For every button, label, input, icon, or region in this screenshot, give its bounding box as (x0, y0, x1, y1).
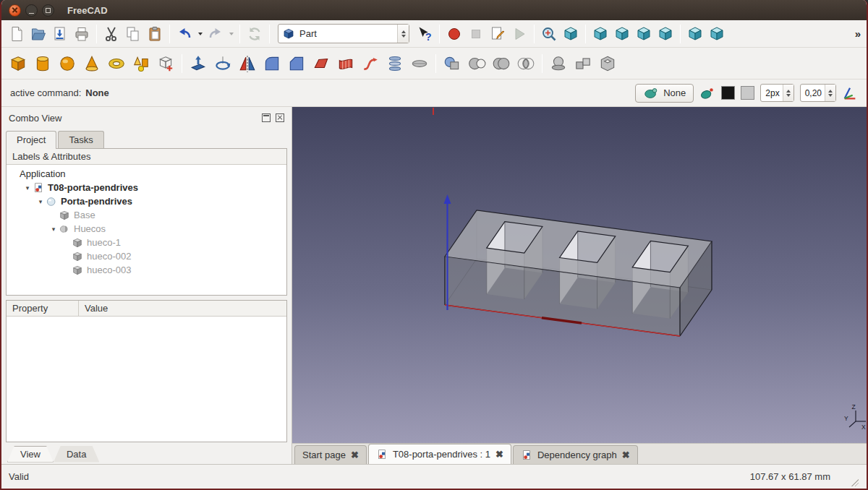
copy-button[interactable] (122, 23, 144, 45)
bottom-view-button[interactable] (684, 23, 706, 45)
spin-up-icon[interactable] (786, 87, 791, 93)
macro-stop-button[interactable] (465, 23, 487, 45)
top-view-button[interactable] (611, 23, 633, 45)
tree-item-huecos[interactable]: ▾Huecos (7, 222, 286, 236)
part-fillet-button[interactable] (260, 51, 284, 77)
close-tab-icon[interactable]: ✖ (495, 450, 503, 459)
spin-down-icon[interactable] (401, 35, 406, 40)
line-width-spinbox[interactable]: 2px (760, 84, 793, 102)
macro-edit-button[interactable] (487, 23, 509, 45)
part-compound-button[interactable] (571, 51, 595, 77)
line-color-swatch[interactable] (721, 86, 735, 100)
part-union-button[interactable] (489, 51, 514, 77)
save-document-button[interactable] (49, 23, 71, 45)
part-revolve-button[interactable] (210, 51, 235, 77)
part-cross-sections-button[interactable] (407, 51, 432, 77)
whats-this-button[interactable] (414, 23, 435, 45)
tree-item-porta-pendrives[interactable]: ▾Porta-pendrives (7, 194, 286, 208)
undo-dropdown-button[interactable] (195, 23, 205, 45)
draft-tool-icon[interactable] (699, 85, 715, 101)
workbench-selector[interactable]: Part (278, 24, 409, 43)
front-view-button[interactable] (590, 23, 611, 45)
tree-item-hueco-002[interactable]: hueco-002 (7, 249, 286, 263)
doc-tab-t08-porta-pendrives-1[interactable]: T08-porta-pendrives : 1✖ (368, 444, 511, 464)
tree-item-application[interactable]: Application (7, 167, 286, 181)
refresh-button[interactable] (244, 23, 265, 45)
left-view-button[interactable] (706, 23, 728, 45)
tab-view[interactable]: View (7, 446, 54, 463)
text-scale-spinbox[interactable]: 0,20 (800, 84, 836, 102)
macro-execute-button[interactable] (509, 23, 530, 45)
print-button[interactable] (71, 23, 93, 45)
value-column-header[interactable]: Value (79, 301, 286, 316)
workbench-selector-arrows[interactable] (397, 25, 409, 43)
part-boolean-button[interactable] (440, 51, 464, 77)
part-loft-button[interactable] (383, 51, 407, 77)
property-column-header[interactable]: Property (7, 301, 79, 316)
redo-dropdown-button[interactable] (226, 23, 236, 45)
property-table-body[interactable] (7, 317, 286, 442)
redo-button[interactable] (205, 23, 226, 45)
tree-item-hueco-1[interactable]: hueco-1 (7, 236, 286, 249)
part-make-face-button[interactable] (309, 51, 333, 77)
part-shape-builder-button[interactable] (153, 51, 178, 77)
float-panel-icon[interactable] (262, 113, 271, 122)
right-view-button[interactable] (633, 23, 655, 45)
3d-viewport[interactable]: Z Y X (292, 107, 867, 443)
part-intersection-button[interactable] (514, 51, 538, 77)
face-color-swatch[interactable] (741, 86, 754, 100)
part-sphere-button[interactable] (55, 51, 80, 77)
close-tab-icon[interactable]: ✖ (351, 450, 359, 460)
part-torus-button[interactable] (104, 51, 129, 77)
part-primitives-button[interactable] (129, 51, 153, 77)
expander-icon[interactable]: ▾ (35, 198, 46, 205)
expander-icon[interactable]: ▾ (22, 184, 33, 192)
part-cut-button[interactable] (464, 51, 489, 77)
new-document-button[interactable] (6, 23, 27, 45)
undo-button[interactable] (174, 23, 195, 45)
spin-down-icon[interactable] (828, 94, 833, 99)
rear-view-button[interactable] (655, 23, 676, 45)
cut-button[interactable] (101, 23, 122, 45)
expander-icon[interactable]: ▾ (48, 225, 59, 233)
tree-item-t08-porta-pendrives[interactable]: ▾T08-porta-pendrives (7, 181, 286, 194)
autogroup-button[interactable]: None (635, 84, 694, 103)
toolbar-overflow-icon[interactable]: » (855, 27, 862, 40)
spin-up-icon[interactable] (828, 87, 833, 93)
window-minimize-button[interactable] (25, 4, 38, 17)
part-sweep-button[interactable] (358, 51, 383, 77)
resize-grip[interactable] (849, 478, 859, 489)
line-width-arrows[interactable] (783, 85, 793, 101)
close-panel-icon[interactable] (276, 113, 284, 122)
part-extrude-button[interactable] (186, 51, 210, 77)
part-chamfer-button[interactable] (284, 51, 309, 77)
close-tab-icon[interactable]: ✖ (622, 450, 630, 460)
fit-all-button[interactable] (538, 23, 560, 45)
open-document-button[interactable] (27, 23, 49, 45)
3d-scene[interactable]: Z Y X (292, 107, 868, 443)
working-plane-icon[interactable] (842, 85, 858, 101)
macro-record-button[interactable] (443, 23, 465, 45)
part-cylinder-button[interactable] (30, 51, 55, 77)
part-ruled-surface-button[interactable] (333, 51, 358, 77)
part-mirror-button[interactable] (235, 51, 260, 77)
doc-tab-start-page[interactable]: Start page✖ (294, 445, 367, 464)
part-thickness-button[interactable] (595, 51, 620, 77)
text-scale-arrows[interactable] (825, 85, 835, 101)
tab-data[interactable]: Data (54, 446, 99, 463)
part-cone-button[interactable] (80, 51, 104, 77)
part-box-button[interactable] (6, 51, 30, 77)
spin-up-icon[interactable] (401, 28, 406, 33)
paste-button[interactable] (144, 23, 166, 45)
window-maximize-button[interactable] (42, 4, 54, 17)
tree-item-hueco-003[interactable]: hueco-003 (7, 263, 286, 277)
doc-tab-dependency-graph[interactable]: Dependency graph✖ (513, 445, 638, 464)
part-connect-button[interactable] (546, 51, 571, 77)
tree-item-base[interactable]: Base (7, 208, 286, 222)
tab-project[interactable]: Project (6, 131, 56, 149)
tab-tasks[interactable]: Tasks (58, 131, 103, 148)
spin-down-icon[interactable] (786, 94, 791, 99)
window-close-button[interactable] (9, 4, 21, 17)
axonometric-view-button[interactable] (560, 23, 582, 45)
titlebar[interactable]: FreeCAD (1, 0, 867, 20)
